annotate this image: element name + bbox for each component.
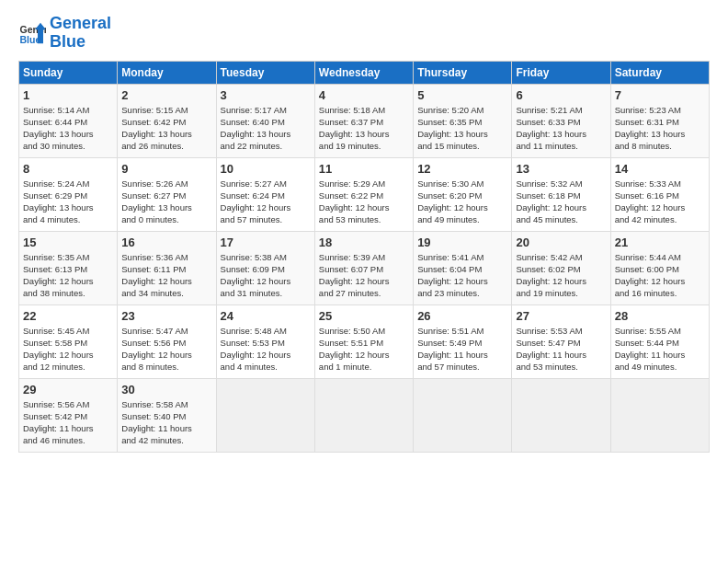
day-info: Sunrise: 5:58 AM Sunset: 5:40 PM Dayligh… [121,399,192,446]
day-info: Sunrise: 5:30 AM Sunset: 6:20 PM Dayligh… [417,178,488,225]
weekday-header-row: Sunday Monday Tuesday Wednesday Thursday… [19,61,710,84]
table-cell [414,378,512,452]
day-info: Sunrise: 5:55 AM Sunset: 5:44 PM Dayligh… [615,326,686,373]
day-info: Sunrise: 5:53 AM Sunset: 5:47 PM Dayligh… [516,326,586,373]
day-number: 11 [319,162,409,176]
day-number: 18 [319,236,409,249]
day-info: Sunrise: 5:29 AM Sunset: 6:22 PM Dayligh… [319,178,390,225]
day-number: 2 [121,88,211,102]
calendar-week-row: 15Sunrise: 5:35 AM Sunset: 6:13 PM Dayli… [19,231,710,304]
day-number: 19 [417,236,507,249]
day-number: 30 [121,383,211,396]
col-monday: Monday [118,61,216,84]
day-number: 12 [417,162,507,176]
day-number: 29 [23,383,113,396]
table-cell: 29Sunrise: 5:56 AM Sunset: 5:42 PM Dayli… [19,378,118,452]
col-sunday: Sunday [19,61,118,84]
day-number: 8 [23,162,113,176]
day-info: Sunrise: 5:26 AM Sunset: 6:27 PM Dayligh… [121,178,192,225]
svg-text:Blue: Blue [20,33,41,44]
table-cell [512,378,610,452]
table-cell: 28Sunrise: 5:55 AM Sunset: 5:44 PM Dayli… [610,304,709,378]
table-cell [610,378,709,452]
col-thursday: Thursday [414,61,512,84]
page: General Blue GeneralBlue Sunday Monday T… [0,0,728,563]
table-cell: 12Sunrise: 5:30 AM Sunset: 6:20 PM Dayli… [414,157,512,231]
table-cell: 10Sunrise: 5:27 AM Sunset: 6:24 PM Dayli… [216,157,314,231]
day-info: Sunrise: 5:14 AM Sunset: 6:44 PM Dayligh… [23,105,94,152]
calendar-week-row: 1Sunrise: 5:14 AM Sunset: 6:44 PM Daylig… [19,84,710,157]
table-cell: 13Sunrise: 5:32 AM Sunset: 6:18 PM Dayli… [512,157,610,231]
day-info: Sunrise: 5:27 AM Sunset: 6:24 PM Dayligh… [221,178,291,225]
table-cell: 26Sunrise: 5:51 AM Sunset: 5:49 PM Dayli… [414,304,512,378]
day-info: Sunrise: 5:20 AM Sunset: 6:35 PM Dayligh… [417,105,488,152]
calendar-week-row: 22Sunrise: 5:45 AM Sunset: 5:58 PM Dayli… [19,304,710,378]
day-info: Sunrise: 5:18 AM Sunset: 6:37 PM Dayligh… [319,105,390,152]
day-info: Sunrise: 5:17 AM Sunset: 6:40 PM Dayligh… [221,105,291,152]
day-number: 21 [615,236,705,249]
table-cell: 8Sunrise: 5:24 AM Sunset: 6:29 PM Daylig… [19,157,118,231]
logo-text: GeneralBlue [50,15,111,52]
day-number: 20 [516,236,606,249]
day-info: Sunrise: 5:23 AM Sunset: 6:31 PM Dayligh… [615,105,686,152]
table-cell: 7Sunrise: 5:23 AM Sunset: 6:31 PM Daylig… [610,84,709,157]
day-number: 14 [615,162,705,176]
day-number: 4 [319,88,409,102]
table-cell: 16Sunrise: 5:36 AM Sunset: 6:11 PM Dayli… [118,231,216,304]
day-info: Sunrise: 5:56 AM Sunset: 5:42 PM Dayligh… [23,399,94,446]
day-number: 5 [417,88,507,102]
day-info: Sunrise: 5:36 AM Sunset: 6:11 PM Dayligh… [121,252,192,299]
day-number: 27 [516,309,606,323]
table-cell: 19Sunrise: 5:41 AM Sunset: 6:04 PM Dayli… [414,231,512,304]
day-info: Sunrise: 5:41 AM Sunset: 6:04 PM Dayligh… [417,252,488,299]
day-info: Sunrise: 5:48 AM Sunset: 5:53 PM Dayligh… [221,326,291,373]
col-wednesday: Wednesday [314,61,413,84]
table-cell [314,378,413,452]
header: General Blue GeneralBlue [18,15,710,52]
day-number: 6 [516,88,606,102]
table-cell: 17Sunrise: 5:38 AM Sunset: 6:09 PM Dayli… [216,231,314,304]
calendar-week-row: 8Sunrise: 5:24 AM Sunset: 6:29 PM Daylig… [19,157,710,231]
table-cell: 22Sunrise: 5:45 AM Sunset: 5:58 PM Dayli… [19,304,118,378]
day-info: Sunrise: 5:47 AM Sunset: 5:56 PM Dayligh… [121,326,192,373]
day-info: Sunrise: 5:45 AM Sunset: 5:58 PM Dayligh… [23,326,94,373]
table-cell: 4Sunrise: 5:18 AM Sunset: 6:37 PM Daylig… [314,84,413,157]
day-number: 25 [319,309,409,323]
day-number: 1 [23,88,113,102]
calendar-table: Sunday Monday Tuesday Wednesday Thursday… [18,61,710,453]
table-cell: 20Sunrise: 5:42 AM Sunset: 6:02 PM Dayli… [512,231,610,304]
day-number: 3 [221,88,311,102]
table-cell: 18Sunrise: 5:39 AM Sunset: 6:07 PM Dayli… [314,231,413,304]
table-cell: 2Sunrise: 5:15 AM Sunset: 6:42 PM Daylig… [118,84,216,157]
day-number: 26 [417,309,507,323]
day-info: Sunrise: 5:51 AM Sunset: 5:49 PM Dayligh… [417,326,488,373]
logo: General Blue GeneralBlue [18,15,111,52]
col-friday: Friday [512,61,610,84]
day-number: 10 [221,162,311,176]
table-cell: 30Sunrise: 5:58 AM Sunset: 5:40 PM Dayli… [118,378,216,452]
day-number: 9 [121,162,211,176]
day-number: 28 [615,309,705,323]
day-number: 22 [23,309,113,323]
table-cell: 11Sunrise: 5:29 AM Sunset: 6:22 PM Dayli… [314,157,413,231]
table-cell [216,378,314,452]
day-info: Sunrise: 5:24 AM Sunset: 6:29 PM Dayligh… [23,178,94,225]
day-info: Sunrise: 5:39 AM Sunset: 6:07 PM Dayligh… [319,252,390,299]
table-cell: 23Sunrise: 5:47 AM Sunset: 5:56 PM Dayli… [118,304,216,378]
day-info: Sunrise: 5:38 AM Sunset: 6:09 PM Dayligh… [221,252,291,299]
day-info: Sunrise: 5:21 AM Sunset: 6:33 PM Dayligh… [516,105,586,152]
day-number: 24 [221,309,311,323]
table-cell: 5Sunrise: 5:20 AM Sunset: 6:35 PM Daylig… [414,84,512,157]
day-number: 16 [121,236,211,249]
day-info: Sunrise: 5:32 AM Sunset: 6:18 PM Dayligh… [516,178,586,225]
day-number: 23 [121,309,211,323]
col-saturday: Saturday [610,61,709,84]
day-info: Sunrise: 5:35 AM Sunset: 6:13 PM Dayligh… [23,252,94,299]
table-cell: 6Sunrise: 5:21 AM Sunset: 6:33 PM Daylig… [512,84,610,157]
calendar-week-row: 29Sunrise: 5:56 AM Sunset: 5:42 PM Dayli… [19,378,710,452]
day-number: 13 [516,162,606,176]
day-info: Sunrise: 5:50 AM Sunset: 5:51 PM Dayligh… [319,326,390,373]
table-cell: 3Sunrise: 5:17 AM Sunset: 6:40 PM Daylig… [216,84,314,157]
table-cell: 14Sunrise: 5:33 AM Sunset: 6:16 PM Dayli… [610,157,709,231]
day-info: Sunrise: 5:15 AM Sunset: 6:42 PM Dayligh… [121,105,192,152]
